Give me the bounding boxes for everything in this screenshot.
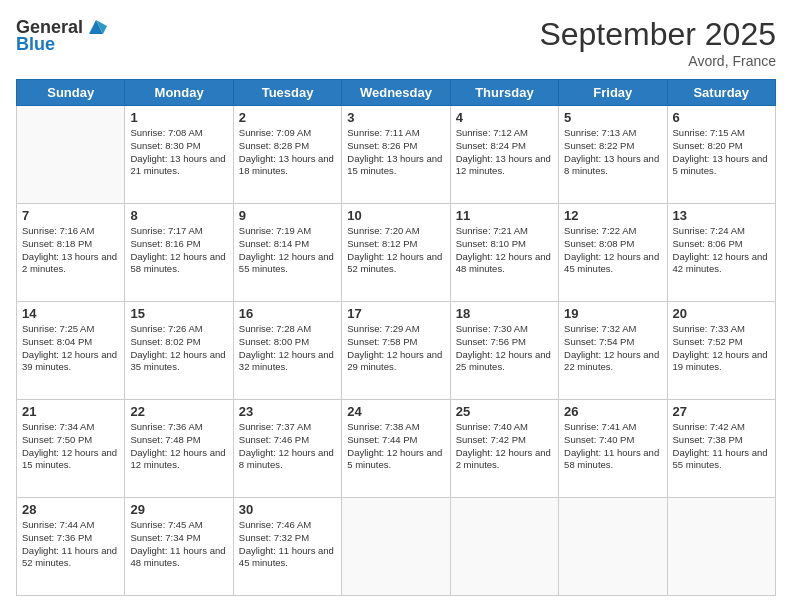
cell-date: 23 <box>239 404 336 419</box>
cell-date: 4 <box>456 110 553 125</box>
logo-blue-text: Blue <box>16 34 55 55</box>
cell-date: 13 <box>673 208 770 223</box>
cell-date: 17 <box>347 306 444 321</box>
cell-date: 21 <box>22 404 119 419</box>
logo: General Blue <box>16 16 107 55</box>
calendar-cell <box>17 106 125 204</box>
cell-info: Sunrise: 7:24 AM Sunset: 8:06 PM Dayligh… <box>673 225 770 276</box>
cell-info: Sunrise: 7:21 AM Sunset: 8:10 PM Dayligh… <box>456 225 553 276</box>
day-header-tuesday: Tuesday <box>233 80 341 106</box>
calendar-cell: 16Sunrise: 7:28 AM Sunset: 8:00 PM Dayli… <box>233 302 341 400</box>
calendar-cell: 27Sunrise: 7:42 AM Sunset: 7:38 PM Dayli… <box>667 400 775 498</box>
calendar-cell: 10Sunrise: 7:20 AM Sunset: 8:12 PM Dayli… <box>342 204 450 302</box>
calendar-cell: 25Sunrise: 7:40 AM Sunset: 7:42 PM Dayli… <box>450 400 558 498</box>
cell-info: Sunrise: 7:28 AM Sunset: 8:00 PM Dayligh… <box>239 323 336 374</box>
calendar-cell: 18Sunrise: 7:30 AM Sunset: 7:56 PM Dayli… <box>450 302 558 400</box>
cell-date: 25 <box>456 404 553 419</box>
cell-info: Sunrise: 7:29 AM Sunset: 7:58 PM Dayligh… <box>347 323 444 374</box>
cell-date: 27 <box>673 404 770 419</box>
cell-date: 3 <box>347 110 444 125</box>
cell-info: Sunrise: 7:36 AM Sunset: 7:48 PM Dayligh… <box>130 421 227 472</box>
calendar-cell: 17Sunrise: 7:29 AM Sunset: 7:58 PM Dayli… <box>342 302 450 400</box>
cell-date: 7 <box>22 208 119 223</box>
cell-date: 30 <box>239 502 336 517</box>
cell-date: 18 <box>456 306 553 321</box>
calendar-cell: 22Sunrise: 7:36 AM Sunset: 7:48 PM Dayli… <box>125 400 233 498</box>
cell-info: Sunrise: 7:13 AM Sunset: 8:22 PM Dayligh… <box>564 127 661 178</box>
calendar-cell: 30Sunrise: 7:46 AM Sunset: 7:32 PM Dayli… <box>233 498 341 596</box>
cell-info: Sunrise: 7:42 AM Sunset: 7:38 PM Dayligh… <box>673 421 770 472</box>
cell-info: Sunrise: 7:15 AM Sunset: 8:20 PM Dayligh… <box>673 127 770 178</box>
calendar-cell: 24Sunrise: 7:38 AM Sunset: 7:44 PM Dayli… <box>342 400 450 498</box>
cell-date: 11 <box>456 208 553 223</box>
page: General Blue September 2025 Avord, Franc… <box>0 0 792 612</box>
cell-info: Sunrise: 7:08 AM Sunset: 8:30 PM Dayligh… <box>130 127 227 178</box>
cell-info: Sunrise: 7:41 AM Sunset: 7:40 PM Dayligh… <box>564 421 661 472</box>
cell-info: Sunrise: 7:45 AM Sunset: 7:34 PM Dayligh… <box>130 519 227 570</box>
cell-date: 10 <box>347 208 444 223</box>
cell-date: 20 <box>673 306 770 321</box>
cell-date: 28 <box>22 502 119 517</box>
cell-info: Sunrise: 7:44 AM Sunset: 7:36 PM Dayligh… <box>22 519 119 570</box>
cell-info: Sunrise: 7:38 AM Sunset: 7:44 PM Dayligh… <box>347 421 444 472</box>
calendar-cell: 9Sunrise: 7:19 AM Sunset: 8:14 PM Daylig… <box>233 204 341 302</box>
cell-info: Sunrise: 7:32 AM Sunset: 7:54 PM Dayligh… <box>564 323 661 374</box>
cell-info: Sunrise: 7:16 AM Sunset: 8:18 PM Dayligh… <box>22 225 119 276</box>
cell-info: Sunrise: 7:11 AM Sunset: 8:26 PM Dayligh… <box>347 127 444 178</box>
cell-info: Sunrise: 7:19 AM Sunset: 8:14 PM Dayligh… <box>239 225 336 276</box>
calendar-cell: 23Sunrise: 7:37 AM Sunset: 7:46 PM Dayli… <box>233 400 341 498</box>
calendar-cell: 28Sunrise: 7:44 AM Sunset: 7:36 PM Dayli… <box>17 498 125 596</box>
cell-date: 14 <box>22 306 119 321</box>
cell-date: 22 <box>130 404 227 419</box>
day-header-monday: Monday <box>125 80 233 106</box>
calendar-cell: 6Sunrise: 7:15 AM Sunset: 8:20 PM Daylig… <box>667 106 775 204</box>
cell-info: Sunrise: 7:12 AM Sunset: 8:24 PM Dayligh… <box>456 127 553 178</box>
cell-date: 19 <box>564 306 661 321</box>
cell-date: 16 <box>239 306 336 321</box>
calendar-cell: 8Sunrise: 7:17 AM Sunset: 8:16 PM Daylig… <box>125 204 233 302</box>
cell-info: Sunrise: 7:20 AM Sunset: 8:12 PM Dayligh… <box>347 225 444 276</box>
day-header-friday: Friday <box>559 80 667 106</box>
cell-info: Sunrise: 7:09 AM Sunset: 8:28 PM Dayligh… <box>239 127 336 178</box>
cell-date: 5 <box>564 110 661 125</box>
calendar-cell: 11Sunrise: 7:21 AM Sunset: 8:10 PM Dayli… <box>450 204 558 302</box>
cell-date: 15 <box>130 306 227 321</box>
calendar-cell <box>342 498 450 596</box>
cell-date: 6 <box>673 110 770 125</box>
title-block: September 2025 Avord, France <box>539 16 776 69</box>
day-header-thursday: Thursday <box>450 80 558 106</box>
calendar-cell: 4Sunrise: 7:12 AM Sunset: 8:24 PM Daylig… <box>450 106 558 204</box>
calendar-cell: 14Sunrise: 7:25 AM Sunset: 8:04 PM Dayli… <box>17 302 125 400</box>
calendar-cell <box>450 498 558 596</box>
cell-date: 12 <box>564 208 661 223</box>
cell-date: 9 <box>239 208 336 223</box>
day-header-wednesday: Wednesday <box>342 80 450 106</box>
calendar-cell: 15Sunrise: 7:26 AM Sunset: 8:02 PM Dayli… <box>125 302 233 400</box>
cell-date: 26 <box>564 404 661 419</box>
cell-date: 8 <box>130 208 227 223</box>
logo-icon <box>85 16 107 38</box>
calendar-table: SundayMondayTuesdayWednesdayThursdayFrid… <box>16 79 776 596</box>
cell-date: 24 <box>347 404 444 419</box>
calendar-cell: 12Sunrise: 7:22 AM Sunset: 8:08 PM Dayli… <box>559 204 667 302</box>
cell-info: Sunrise: 7:40 AM Sunset: 7:42 PM Dayligh… <box>456 421 553 472</box>
cell-date: 29 <box>130 502 227 517</box>
calendar-cell <box>667 498 775 596</box>
day-header-sunday: Sunday <box>17 80 125 106</box>
cell-date: 1 <box>130 110 227 125</box>
cell-info: Sunrise: 7:17 AM Sunset: 8:16 PM Dayligh… <box>130 225 227 276</box>
header: General Blue September 2025 Avord, Franc… <box>16 16 776 69</box>
cell-date: 2 <box>239 110 336 125</box>
calendar-cell: 13Sunrise: 7:24 AM Sunset: 8:06 PM Dayli… <box>667 204 775 302</box>
cell-info: Sunrise: 7:46 AM Sunset: 7:32 PM Dayligh… <box>239 519 336 570</box>
cell-info: Sunrise: 7:25 AM Sunset: 8:04 PM Dayligh… <box>22 323 119 374</box>
calendar-cell: 5Sunrise: 7:13 AM Sunset: 8:22 PM Daylig… <box>559 106 667 204</box>
calendar-cell: 2Sunrise: 7:09 AM Sunset: 8:28 PM Daylig… <box>233 106 341 204</box>
day-header-saturday: Saturday <box>667 80 775 106</box>
cell-info: Sunrise: 7:33 AM Sunset: 7:52 PM Dayligh… <box>673 323 770 374</box>
location: Avord, France <box>539 53 776 69</box>
cell-info: Sunrise: 7:37 AM Sunset: 7:46 PM Dayligh… <box>239 421 336 472</box>
calendar-cell: 3Sunrise: 7:11 AM Sunset: 8:26 PM Daylig… <box>342 106 450 204</box>
calendar-cell <box>559 498 667 596</box>
calendar-cell: 21Sunrise: 7:34 AM Sunset: 7:50 PM Dayli… <box>17 400 125 498</box>
